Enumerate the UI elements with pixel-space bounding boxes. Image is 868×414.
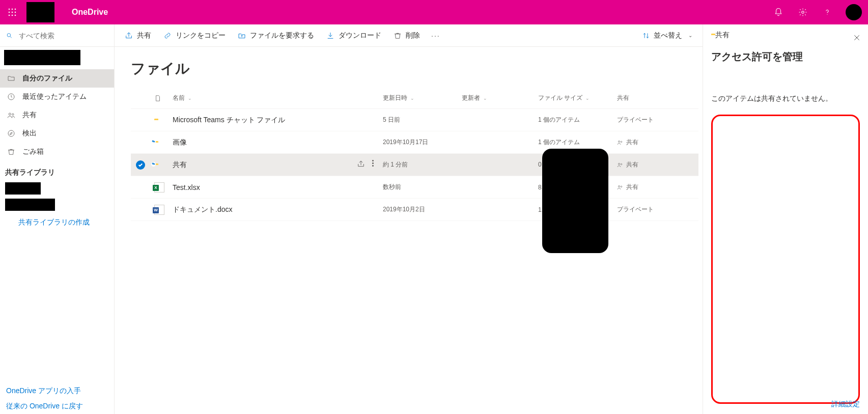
more-commands-button[interactable]: ···	[426, 24, 445, 47]
people-icon	[7, 111, 15, 119]
nav-recycle-bin[interactable]: ごみ箱	[0, 143, 114, 161]
copy-link-button[interactable]: リンクをコピー	[157, 24, 232, 47]
panel-message: このアイテムは共有されていません。	[711, 94, 860, 103]
svg-point-22	[619, 163, 620, 164]
create-shared-library-link[interactable]: 共有ライブラリの作成	[0, 213, 114, 227]
column-header-modified-by[interactable]: 更新者⌄	[462, 94, 538, 102]
settings-button[interactable]	[791, 0, 815, 24]
file-row[interactable]: Test.xlsx数秒前8.27 KB共有	[131, 176, 698, 199]
file-type-column-icon	[154, 95, 161, 102]
file-list: 名前⌄ 更新日時⌄ 更新者⌄ ファイル サイズ⌄ 共有 Microso	[115, 88, 703, 221]
file-size: 1 個のアイテム	[538, 116, 617, 124]
search-box[interactable]	[0, 24, 114, 47]
column-header-modified[interactable]: 更新日時⌄	[383, 94, 462, 102]
app-name: OneDrive	[72, 8, 108, 17]
svg-point-11	[7, 33, 11, 37]
people-icon	[617, 162, 623, 168]
svg-point-10	[827, 14, 827, 15]
svg-point-13	[9, 113, 11, 115]
sort-icon	[642, 32, 650, 39]
selected-check-icon[interactable]	[136, 160, 145, 170]
cmd-label: 削除	[406, 31, 420, 40]
row-share-button[interactable]	[357, 160, 365, 170]
download-button[interactable]: ダウンロード	[320, 24, 387, 47]
chevron-down-icon: ⌄	[585, 96, 590, 101]
close-icon	[853, 34, 861, 42]
app-launcher-button[interactable]	[0, 0, 24, 24]
svg-point-15	[8, 130, 14, 136]
shared-library-redacted[interactable]	[5, 182, 41, 195]
file-sharing: 共有	[617, 183, 698, 191]
panel-title: アクセス許可を管理	[711, 50, 860, 64]
column-header-sharing[interactable]: 共有	[617, 94, 698, 102]
get-onedrive-app-link[interactable]: OneDrive アプリの入手	[0, 383, 114, 399]
notifications-button[interactable]	[766, 0, 791, 24]
svg-point-9	[802, 11, 804, 14]
search-input[interactable]	[19, 32, 108, 40]
row-more-button[interactable]	[372, 160, 374, 170]
app-header: OneDrive	[0, 0, 868, 24]
nav-label: 最近使ったアイテム	[22, 92, 87, 101]
svg-point-3	[9, 12, 10, 13]
left-nav: 自分のファイル 最近使ったアイテム 共有 検出 ごみ箱 共有ライブラリ 共有ライ…	[0, 24, 115, 414]
user-name-redacted	[4, 50, 80, 65]
svg-point-2	[15, 9, 16, 10]
download-icon	[326, 32, 334, 40]
file-sharing: 共有	[617, 160, 698, 169]
excel-file-icon	[154, 182, 164, 192]
cmd-label: リンクをコピー	[176, 31, 226, 40]
classic-onedrive-link[interactable]: 従来の OneDrive に戻す	[0, 399, 114, 414]
svg-point-8	[15, 15, 16, 16]
svg-point-5	[15, 12, 16, 13]
modified-by-redacted	[542, 149, 608, 253]
file-list-header: 名前⌄ 更新日時⌄ 更新者⌄ ファイル サイズ⌄ 共有	[131, 88, 698, 109]
shared-library-redacted[interactable]	[5, 199, 55, 211]
file-row[interactable]: 共有約 1 分前0 個のアイテム共有	[131, 154, 698, 176]
word-file-icon	[154, 205, 164, 215]
chevron-down-icon: ⌄	[410, 96, 414, 101]
people-icon	[617, 184, 623, 190]
file-modified: 数秒前	[383, 183, 462, 191]
file-row[interactable]: 画像2019年10月17日1 個のアイテム共有	[131, 131, 698, 154]
close-panel-button[interactable]	[853, 34, 861, 44]
column-header-name[interactable]: 名前⌄	[173, 94, 383, 102]
discover-icon	[7, 129, 15, 137]
file-row[interactable]: Microsoft Teams チャット ファイル5 日前1 個のアイテムプライ…	[131, 109, 698, 131]
sort-button[interactable]: 並べ替え ⌄	[636, 31, 698, 40]
file-modified: 5 日前	[383, 116, 462, 124]
manage-access-panel: 共有 アクセス許可を管理 このアイテムは共有されていません。 詳細設定	[703, 24, 868, 414]
help-button[interactable]	[815, 0, 839, 24]
page-title: ファイル	[115, 47, 703, 88]
search-icon	[6, 32, 13, 40]
chevron-down-icon: ⌄	[483, 96, 487, 101]
nav-my-files[interactable]: 自分のファイル	[0, 69, 114, 88]
column-header-size[interactable]: ファイル サイズ⌄	[538, 94, 617, 102]
svg-point-16	[152, 141, 153, 142]
nav-label: 自分のファイル	[22, 74, 72, 83]
nav-label: 検出	[22, 129, 37, 138]
folder-icon	[7, 74, 15, 82]
advanced-settings-link[interactable]: 詳細設定	[831, 400, 860, 409]
share-button[interactable]: 共有	[119, 24, 157, 47]
cmd-label: ファイルを要求する	[250, 31, 314, 40]
file-row[interactable]: ドキュメント.docx2019年10月2日11.1 KBプライベート	[131, 199, 698, 221]
svg-point-18	[619, 141, 620, 142]
file-size: 1 個のアイテム	[538, 138, 617, 147]
main-content: 共有 リンクをコピー ファイルを要求する ダウンロード 削除 ···	[115, 24, 703, 414]
trash-icon	[7, 148, 15, 156]
svg-point-23	[621, 163, 622, 165]
clock-icon	[7, 93, 15, 101]
shared-libraries-label: 共有ライブラリ	[0, 161, 114, 180]
account-avatar[interactable]	[846, 4, 862, 20]
nav-label: 共有	[22, 111, 37, 120]
delete-button[interactable]: 削除	[387, 24, 426, 47]
highlight-annotation	[711, 115, 860, 404]
panel-item-name: 共有	[715, 31, 730, 40]
nav-discover[interactable]: 検出	[0, 124, 114, 143]
nav-recent[interactable]: 最近使ったアイテム	[0, 88, 114, 106]
nav-shared[interactable]: 共有	[0, 106, 114, 124]
svg-point-17	[154, 141, 155, 142]
request-files-button[interactable]: ファイルを要求する	[232, 24, 320, 47]
delete-icon	[394, 32, 402, 40]
file-sharing: プライベート	[617, 116, 698, 124]
